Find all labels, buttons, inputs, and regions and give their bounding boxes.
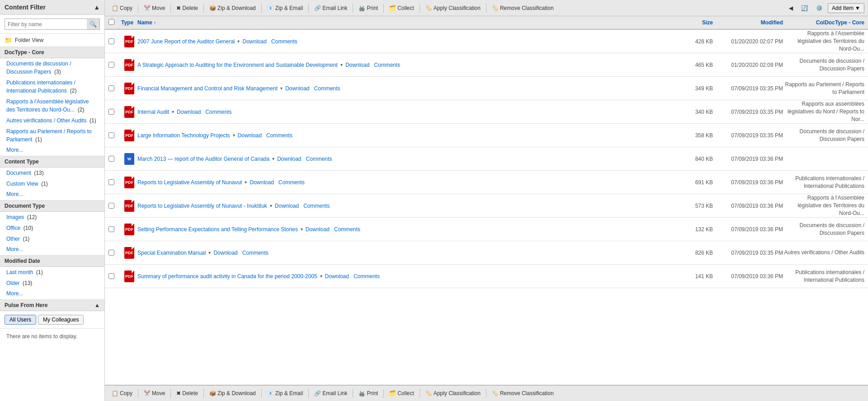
bottom-copy-button[interactable]: 📋 Copy bbox=[108, 389, 136, 398]
filter-item[interactable]: Other (1) bbox=[0, 233, 104, 244]
all-users-button[interactable]: All Users bbox=[5, 315, 36, 325]
comments-link[interactable]: Comments bbox=[303, 203, 330, 209]
comments-link[interactable]: Comments bbox=[306, 156, 332, 162]
filter-item[interactable]: Document (13) bbox=[0, 168, 104, 178]
bottom-zip-download-button[interactable]: 📦 Zip & Download bbox=[206, 389, 259, 398]
bottom-move-button[interactable]: ✂️ Move bbox=[141, 389, 168, 398]
comments-link[interactable]: Comments bbox=[242, 250, 269, 256]
row-name-link[interactable]: Large Information Technology Projects bbox=[137, 132, 230, 139]
bottom-zip-email-button[interactable]: 📧 Zip & Email bbox=[264, 389, 306, 398]
email-link-button[interactable]: 🔗 Email Link bbox=[311, 4, 350, 13]
filter-item[interactable]: Older (13) bbox=[0, 278, 104, 289]
download-link[interactable]: Download bbox=[325, 273, 349, 280]
row-name-chevron-icon[interactable]: ▾ bbox=[320, 274, 322, 279]
row-checkbox[interactable] bbox=[108, 85, 114, 91]
download-link[interactable]: Download bbox=[275, 203, 299, 209]
doctype-core-more[interactable]: More... bbox=[0, 145, 104, 156]
header-name[interactable]: Name ↑ bbox=[137, 19, 677, 26]
row-checkbox[interactable] bbox=[108, 226, 114, 232]
row-name-link[interactable]: Reports to Legislative Assembly of Nunav… bbox=[137, 179, 242, 186]
row-name-link[interactable]: 2007 June Report of the Auditor General bbox=[137, 38, 235, 45]
bottom-remove-classification-button[interactable]: 🏷️ Remove Classification bbox=[489, 389, 557, 398]
comments-link[interactable]: Comments bbox=[334, 226, 360, 233]
row-checkbox[interactable] bbox=[108, 273, 114, 279]
nav-back-button[interactable]: ◀ bbox=[786, 4, 796, 13]
nav-settings-button[interactable]: ⚙️ bbox=[813, 4, 826, 13]
comments-link[interactable]: Comments bbox=[271, 38, 297, 45]
comments-link[interactable]: Comments bbox=[266, 132, 292, 139]
row-name-chevron-icon[interactable]: ▾ bbox=[237, 39, 240, 44]
bottom-delete-button[interactable]: ✖ Delete bbox=[173, 389, 201, 398]
content-type-more[interactable]: More... bbox=[0, 189, 104, 200]
download-link[interactable]: Download bbox=[242, 38, 266, 45]
row-name-chevron-icon[interactable]: ▾ bbox=[280, 86, 283, 91]
bottom-email-link-button[interactable]: 🔗 Email Link bbox=[311, 389, 350, 398]
row-checkbox[interactable] bbox=[108, 179, 114, 185]
name-sort-button[interactable]: Name ↑ bbox=[137, 19, 677, 26]
apply-classification-button[interactable]: 🏷️ Apply Classification bbox=[422, 4, 484, 13]
bottom-collect-button[interactable]: 🗂️ Collect bbox=[386, 389, 417, 398]
add-item-button[interactable]: Add Item ▼ bbox=[828, 3, 864, 13]
filter-item[interactable]: Publications internationales / Internati… bbox=[0, 77, 104, 96]
download-link[interactable]: Download bbox=[250, 179, 274, 186]
row-checkbox[interactable] bbox=[108, 132, 114, 138]
search-button[interactable]: 🔍 bbox=[87, 19, 99, 29]
my-colleagues-button[interactable]: My Colleagues bbox=[38, 315, 84, 325]
row-name-link[interactable]: Summary of performance audit activity in… bbox=[137, 273, 317, 280]
collect-button[interactable]: 🗂️ Collect bbox=[386, 4, 417, 13]
row-name-chevron-icon[interactable]: ▾ bbox=[272, 156, 274, 161]
folder-view-item[interactable]: 📁 Folder View bbox=[0, 34, 104, 47]
search-input[interactable] bbox=[5, 19, 87, 29]
row-name-chevron-icon[interactable]: ▾ bbox=[245, 180, 247, 185]
header-size[interactable]: Size bbox=[677, 19, 713, 26]
row-checkbox[interactable] bbox=[108, 156, 114, 162]
modified-date-more[interactable]: More... bbox=[0, 289, 104, 299]
sidebar-collapse-icon[interactable]: ▲ bbox=[94, 4, 100, 11]
row-name-chevron-icon[interactable]: ▾ bbox=[270, 203, 272, 208]
download-link[interactable]: Download bbox=[177, 109, 201, 115]
row-name-chevron-icon[interactable]: ▾ bbox=[301, 227, 303, 232]
filter-item[interactable]: Autres vérifications / Other Audits (1) bbox=[0, 115, 104, 126]
filter-item[interactable]: Documents de discussion / Discussion Pap… bbox=[0, 58, 104, 77]
document-type-more[interactable]: More... bbox=[0, 244, 104, 255]
filter-item[interactable]: Rapports à l'Assemblée législative des T… bbox=[0, 96, 104, 115]
row-checkbox[interactable] bbox=[108, 203, 114, 209]
row-name-chevron-icon[interactable]: ▾ bbox=[208, 250, 211, 255]
comments-link[interactable]: Comments bbox=[278, 179, 305, 186]
row-name-link[interactable]: A Strategic Approach to Auditing for the… bbox=[137, 62, 338, 68]
filter-item[interactable]: Custom View (1) bbox=[0, 178, 104, 189]
nav-refresh-button[interactable]: 🔄 bbox=[798, 4, 811, 13]
filter-item[interactable]: Rapports au Parlement / Reports to Parli… bbox=[0, 126, 104, 145]
download-link[interactable]: Download bbox=[345, 62, 369, 68]
row-checkbox[interactable] bbox=[108, 38, 114, 44]
filter-item[interactable]: Last month (1) bbox=[0, 267, 104, 278]
download-link[interactable]: Download bbox=[285, 85, 309, 92]
row-name-link[interactable]: March 2013 — report of the Auditor Gener… bbox=[137, 156, 269, 162]
filter-item[interactable]: Images (12) bbox=[0, 212, 104, 223]
copy-button[interactable]: 📋 Copy bbox=[108, 4, 136, 13]
zip-email-button[interactable]: 📧 Zip & Email bbox=[264, 4, 306, 13]
row-name-link[interactable]: Financial Management and Control and Ris… bbox=[137, 85, 278, 92]
comments-link[interactable]: Comments bbox=[374, 62, 400, 68]
remove-classification-button[interactable]: 🏷️ Remove Classification bbox=[489, 4, 557, 13]
row-checkbox[interactable] bbox=[108, 109, 114, 115]
row-name-link[interactable]: Special Examination Manual bbox=[137, 250, 206, 256]
row-checkbox[interactable] bbox=[108, 250, 114, 256]
download-link[interactable]: Download bbox=[277, 156, 301, 162]
header-coldoctype[interactable]: ColDocType - Core bbox=[783, 19, 864, 26]
comments-link[interactable]: Comments bbox=[314, 85, 340, 92]
row-name-link[interactable]: Setting Performance Expectations and Tel… bbox=[137, 226, 298, 233]
row-name-chevron-icon[interactable]: ▾ bbox=[233, 133, 235, 138]
download-link[interactable]: Download bbox=[238, 132, 262, 139]
row-checkbox[interactable] bbox=[108, 62, 114, 68]
comments-link[interactable]: Comments bbox=[354, 273, 380, 280]
download-link[interactable]: Download bbox=[213, 250, 237, 256]
zip-download-button[interactable]: 📦 Zip & Download bbox=[206, 4, 259, 13]
bottom-print-button[interactable]: 🖨️ Print bbox=[355, 389, 381, 398]
select-all-checkbox[interactable] bbox=[108, 19, 114, 25]
move-button[interactable]: ✂️ Move bbox=[141, 4, 168, 13]
row-name-chevron-icon[interactable]: ▾ bbox=[340, 62, 343, 67]
print-button[interactable]: 🖨️ Print bbox=[355, 4, 381, 13]
row-name-link[interactable]: Internal Audit bbox=[137, 109, 169, 115]
comments-link[interactable]: Comments bbox=[205, 109, 231, 115]
